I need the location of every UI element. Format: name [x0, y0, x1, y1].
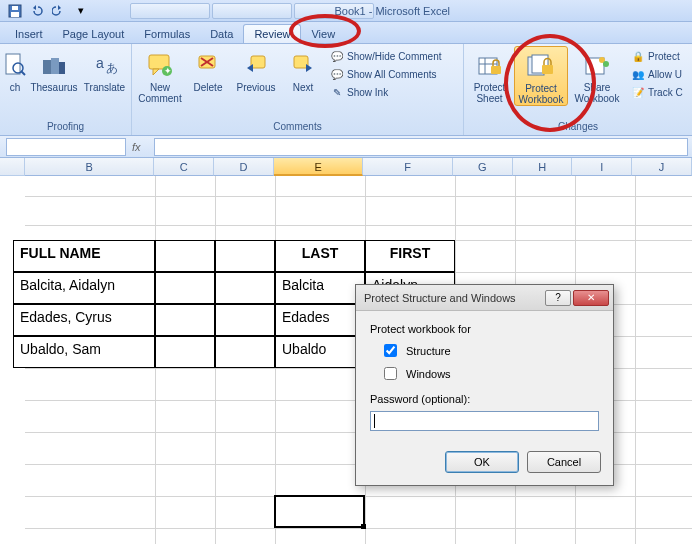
- protect-sheet-button[interactable]: Protect Sheet: [467, 46, 512, 104]
- svg-rect-25: [542, 65, 553, 74]
- next-icon: [288, 50, 318, 80]
- fx-icon[interactable]: fx: [132, 141, 148, 153]
- dialog-title: Protect Structure and Windows: [364, 292, 543, 304]
- column-header[interactable]: I: [572, 158, 632, 176]
- table-header-blank[interactable]: [215, 240, 275, 272]
- column-header[interactable]: F: [363, 158, 453, 176]
- table-header-blank[interactable]: [155, 240, 215, 272]
- tab-formulas[interactable]: Formulas: [134, 25, 200, 43]
- share-workbook-button[interactable]: Share Workbook: [570, 46, 624, 104]
- column-header[interactable]: J: [632, 158, 692, 176]
- next-comment-button[interactable]: Next: [283, 46, 323, 93]
- protect-workbook-dialog: Protect Structure and Windows ? ✕ Protec…: [355, 284, 614, 486]
- name-box[interactable]: [6, 138, 126, 156]
- tab-data[interactable]: Data: [200, 25, 243, 43]
- group-comments: ✦ New Comment Delete Previous Next 💬Show…: [132, 44, 464, 135]
- svg-rect-1: [11, 12, 19, 17]
- table-header-last[interactable]: LAST: [275, 240, 365, 272]
- ribbon: ch Thesaurus aあ Translate Proofing ✦ New…: [0, 44, 692, 136]
- table-header-fullname[interactable]: FULL NAME: [13, 240, 155, 272]
- show-hide-comment-button[interactable]: 💬Show/Hide Comment: [327, 48, 444, 64]
- protect-sheet-icon: [475, 50, 505, 80]
- table-cell[interactable]: [155, 336, 215, 368]
- close-button[interactable]: ✕: [573, 290, 609, 306]
- svg-rect-18: [294, 56, 308, 68]
- users-icon: 👥: [631, 67, 645, 81]
- group-proofing: ch Thesaurus aあ Translate Proofing: [0, 44, 132, 135]
- translate-icon: aあ: [90, 50, 120, 80]
- fill-handle[interactable]: [361, 524, 366, 529]
- previous-comment-button[interactable]: Previous: [231, 46, 281, 93]
- svg-rect-3: [6, 54, 20, 74]
- table-cell[interactable]: Ubaldo: [275, 336, 365, 368]
- redo-icon[interactable]: [50, 3, 68, 19]
- help-button[interactable]: ?: [545, 290, 571, 306]
- column-header[interactable]: G: [453, 158, 513, 176]
- thesaurus-icon: [39, 50, 69, 80]
- save-icon[interactable]: [6, 3, 24, 19]
- track-changes-button[interactable]: 📝Track C: [628, 84, 686, 100]
- tab-page-layout[interactable]: Page Layout: [53, 25, 135, 43]
- svg-text:✦: ✦: [164, 66, 172, 76]
- qat-dropdown-icon[interactable]: ▾: [72, 3, 90, 19]
- table-cell[interactable]: [215, 272, 275, 304]
- windows-checkbox-row[interactable]: Windows: [380, 364, 599, 383]
- thesaurus-button[interactable]: Thesaurus: [29, 46, 79, 93]
- windows-checkbox[interactable]: [384, 367, 397, 380]
- column-header[interactable]: D: [214, 158, 274, 176]
- column-header[interactable]: B: [25, 158, 154, 176]
- tab-review[interactable]: Review: [243, 24, 301, 43]
- svg-rect-6: [43, 60, 51, 74]
- tab-view[interactable]: View: [301, 25, 345, 43]
- comment-icon: 💬: [330, 49, 344, 63]
- table-header-first[interactable]: FIRST: [365, 240, 455, 272]
- delete-comment-button[interactable]: Delete: [187, 46, 229, 93]
- column-header[interactable]: H: [513, 158, 573, 176]
- protect-workbook-icon: [526, 51, 556, 81]
- svg-rect-7: [51, 58, 59, 74]
- table-cell[interactable]: Edades, Cyrus: [13, 304, 155, 336]
- allow-users-button[interactable]: 👥Allow U: [628, 66, 686, 82]
- column-header[interactable]: C: [154, 158, 214, 176]
- show-all-comments-button[interactable]: 💬Show All Comments: [327, 66, 444, 82]
- column-header[interactable]: E: [274, 158, 364, 176]
- table-cell[interactable]: [215, 304, 275, 336]
- formula-bar: fx: [0, 136, 692, 158]
- cell-selection: [274, 495, 365, 528]
- password-input[interactable]: [370, 411, 599, 431]
- dialog-titlebar[interactable]: Protect Structure and Windows ? ✕: [356, 285, 613, 311]
- table-cell[interactable]: Ubaldo, Sam: [13, 336, 155, 368]
- translate-button[interactable]: aあ Translate: [81, 46, 128, 93]
- table-cell[interactable]: [215, 336, 275, 368]
- select-all-corner[interactable]: [0, 158, 25, 176]
- delete-icon: [193, 50, 223, 80]
- svg-rect-8: [59, 62, 65, 74]
- structure-checkbox[interactable]: [384, 344, 397, 357]
- table-cell[interactable]: [155, 272, 215, 304]
- comments-icon: 💬: [330, 67, 344, 81]
- undo-icon[interactable]: [28, 3, 46, 19]
- table-cell[interactable]: Balcita: [275, 272, 365, 304]
- formula-input[interactable]: [154, 138, 688, 156]
- ok-button[interactable]: OK: [445, 451, 519, 473]
- show-ink-button[interactable]: ✎Show Ink: [327, 84, 444, 100]
- table-cell[interactable]: [155, 304, 215, 336]
- track-icon: 📝: [631, 85, 645, 99]
- table-cell[interactable]: Edades: [275, 304, 365, 336]
- research-button[interactable]: ch: [3, 46, 27, 93]
- title-bar: ▾ Book1 - Microsoft Excel: [0, 0, 692, 22]
- new-comment-icon: ✦: [145, 50, 175, 80]
- table-cell[interactable]: Balcita, Aidalyn: [13, 272, 155, 304]
- column-headers: B C D E F G H I J: [0, 158, 692, 176]
- new-comment-button[interactable]: ✦ New Comment: [135, 46, 185, 104]
- previous-icon: [241, 50, 271, 80]
- password-label: Password (optional):: [370, 393, 599, 405]
- protect-workbook-button[interactable]: Protect Workbook: [514, 46, 568, 106]
- cancel-button[interactable]: Cancel: [527, 451, 601, 473]
- protect-share-button[interactable]: 🔒Protect: [628, 48, 686, 64]
- structure-checkbox-row[interactable]: Structure: [380, 341, 599, 360]
- ink-icon: ✎: [330, 85, 344, 99]
- share-workbook-icon: [582, 50, 612, 80]
- tab-insert[interactable]: Insert: [5, 25, 53, 43]
- research-icon: [0, 50, 30, 80]
